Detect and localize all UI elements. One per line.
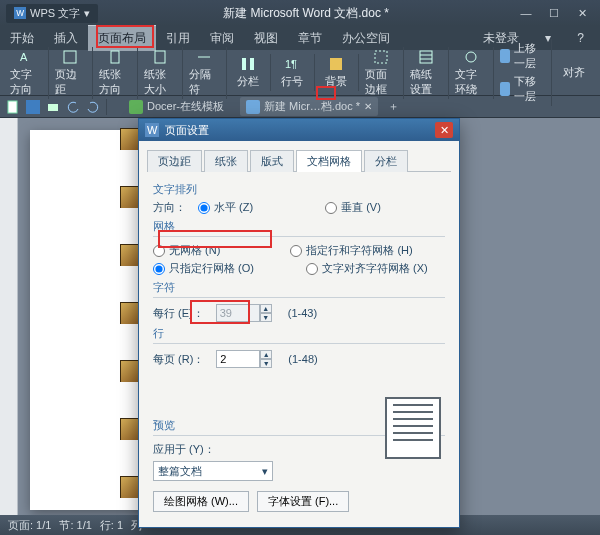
per-page-input[interactable]: [216, 350, 260, 368]
radio-line-char-grid[interactable]: 指定行和字符网格 (H): [290, 243, 412, 258]
save-icon[interactable]: [26, 100, 40, 114]
send-backward-icon: [500, 82, 510, 96]
per-page-spinner[interactable]: ▲▼: [260, 350, 272, 368]
menu-view[interactable]: 视图: [244, 26, 288, 51]
btn-font-settings[interactable]: 字体设置 (F)...: [257, 491, 349, 512]
btn-drawing-grid[interactable]: 绘图网格 (W)...: [153, 491, 249, 512]
btn-bring-forward[interactable]: 上移一层: [500, 41, 545, 71]
btn-background[interactable]: 背景: [315, 54, 359, 91]
tab-close-icon[interactable]: ✕: [364, 101, 372, 112]
chevron-down-icon: ▾: [262, 465, 268, 478]
btn-genko[interactable]: 稿纸设置: [404, 47, 449, 99]
apply-to-label: 应用于 (Y)：: [153, 442, 215, 457]
maximize-button[interactable]: ☐: [542, 4, 566, 22]
svg-rect-11: [420, 51, 432, 63]
redo-icon[interactable]: [86, 100, 100, 114]
dtab-margins[interactable]: 页边距: [147, 150, 202, 172]
dialog-title: 页面设置: [165, 123, 209, 138]
svg-rect-4: [111, 51, 119, 63]
page-setup-dialog: W 页面设置 ✕ 页边距 纸张 版式 文档网格 分栏 文字排列 方向： 水平 (…: [138, 118, 460, 528]
per-line-input: [216, 304, 260, 322]
new-icon[interactable]: [6, 100, 20, 114]
radio-horizontal[interactable]: 水平 (Z): [198, 200, 253, 215]
word-doc-icon: [246, 100, 260, 114]
svg-text:W: W: [16, 9, 24, 18]
svg-point-12: [466, 52, 476, 62]
svg-rect-9: [330, 58, 342, 70]
ribbon: A文字方向 页边距 纸张方向 纸张大小 分隔符 分栏 1¶行号 背景 页面边框 …: [0, 50, 600, 96]
status-line: 行: 1: [100, 518, 123, 533]
tab-docer[interactable]: Docer-在线模板: [123, 97, 230, 116]
bring-forward-icon: [500, 49, 510, 63]
btn-line-numbers[interactable]: 1¶行号: [271, 54, 315, 91]
chevron-down-icon: ▾: [84, 7, 90, 20]
dialog-icon: W: [145, 123, 159, 137]
svg-rect-14: [26, 100, 40, 114]
app-icon: W: [14, 7, 26, 19]
apply-to-select[interactable]: 整篇文档▾: [153, 461, 273, 481]
section-char: 字符: [153, 280, 445, 295]
btn-orientation[interactable]: 纸张方向: [93, 47, 138, 99]
per-line-range: (1-43): [288, 307, 317, 319]
dtab-paper[interactable]: 纸张: [204, 150, 248, 172]
minimize-button[interactable]: —: [514, 4, 538, 22]
titlebar: W WPS 文字 ▾ 新建 Microsoft Word 文档.doc * — …: [0, 0, 600, 26]
section-text-arrange: 文字排列: [153, 182, 445, 197]
svg-rect-7: [250, 58, 254, 70]
svg-rect-3: [64, 51, 76, 63]
help-icon[interactable]: ?: [567, 27, 594, 49]
dialog-titlebar[interactable]: W 页面设置 ✕: [139, 119, 459, 141]
section-grid: 网格: [153, 219, 445, 234]
per-line-spinner: ▲▼: [260, 304, 272, 322]
preview-thumbnail: [385, 397, 441, 459]
radio-line-only-grid[interactable]: 只指定行网格 (O): [153, 261, 254, 276]
close-button[interactable]: ✕: [570, 4, 594, 22]
direction-label: 方向：: [153, 200, 186, 215]
btn-page-border[interactable]: 页面边框: [359, 47, 404, 99]
vertical-ruler: [0, 118, 18, 515]
svg-text:1¶: 1¶: [285, 58, 297, 70]
dialog-tabs: 页边距 纸张 版式 文档网格 分栏: [147, 149, 451, 172]
btn-columns[interactable]: 分栏: [227, 54, 271, 91]
section-line: 行: [153, 326, 445, 341]
dialog-close-button[interactable]: ✕: [435, 122, 453, 138]
print-icon[interactable]: [46, 100, 60, 114]
per-page-range: (1-48): [288, 353, 317, 365]
menu-chapter[interactable]: 章节: [288, 26, 332, 51]
svg-rect-5: [155, 51, 165, 63]
status-section: 节: 1/1: [59, 518, 91, 533]
svg-rect-15: [48, 104, 58, 111]
status-page: 页面: 1/1: [8, 518, 51, 533]
btn-align[interactable]: 对齐: [552, 63, 596, 82]
docer-icon: [129, 100, 143, 114]
btn-margins[interactable]: 页边距: [49, 47, 93, 99]
svg-rect-6: [242, 58, 246, 70]
app-name: WPS 文字: [30, 6, 80, 21]
dtab-columns[interactable]: 分栏: [364, 150, 408, 172]
undo-icon[interactable]: [66, 100, 80, 114]
btn-send-backward[interactable]: 下移一层: [500, 74, 545, 104]
app-menu[interactable]: W WPS 文字 ▾: [6, 4, 98, 23]
dtab-grid[interactable]: 文档网格: [296, 150, 362, 172]
dtab-layout[interactable]: 版式: [250, 150, 294, 172]
per-page-label: 每页 (R)：: [153, 352, 204, 367]
btn-text-direction[interactable]: A文字方向: [4, 47, 49, 99]
tab-add-icon[interactable]: ＋: [388, 99, 399, 114]
svg-rect-13: [8, 101, 17, 113]
svg-rect-10: [375, 51, 387, 63]
radio-vertical[interactable]: 垂直 (V): [325, 200, 381, 215]
svg-text:A: A: [20, 51, 28, 63]
per-line-label: 每行 (E)：: [153, 306, 204, 321]
tab-current-doc[interactable]: 新建 Micr…档.doc *✕: [240, 97, 378, 116]
btn-paper-size[interactable]: 纸张大小: [138, 47, 183, 99]
document-title: 新建 Microsoft Word 文档.doc *: [98, 5, 514, 22]
radio-align-char-grid[interactable]: 文字对齐字符网格 (X): [306, 261, 428, 276]
svg-text:W: W: [147, 124, 158, 136]
radio-no-grid[interactable]: 无网格 (N): [153, 243, 220, 258]
btn-breaks[interactable]: 分隔符: [183, 47, 227, 99]
btn-text-wrap[interactable]: 文字环绕: [449, 47, 494, 99]
